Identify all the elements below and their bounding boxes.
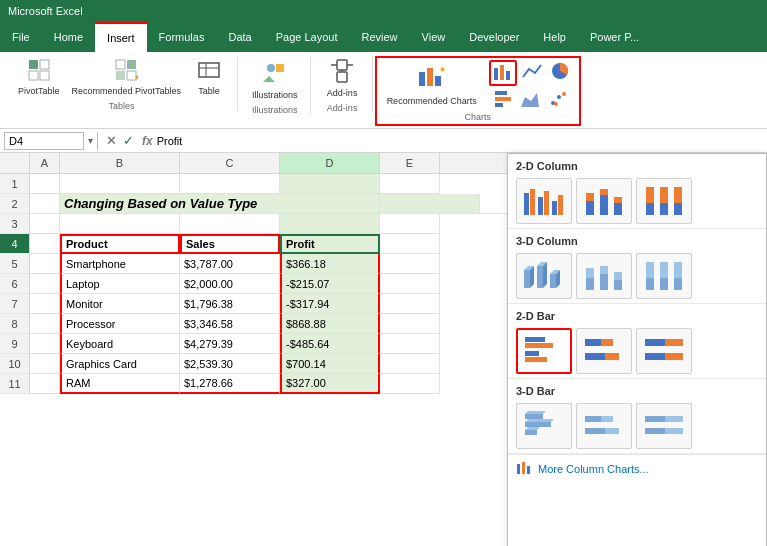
cell-b5[interactable]: Smartphone: [60, 254, 180, 274]
row-num-1[interactable]: 1: [0, 174, 29, 194]
col-header-d[interactable]: D: [280, 153, 380, 173]
tab-formulas[interactable]: Formulas: [147, 22, 217, 52]
tab-insert[interactable]: Insert: [95, 22, 147, 52]
cell-b3[interactable]: [60, 214, 180, 234]
row-num-6[interactable]: 6: [0, 274, 29, 294]
illustrations-button[interactable]: Illustrations: [248, 56, 302, 103]
cell-c10[interactable]: $2,539.30: [180, 354, 280, 374]
cell-d11[interactable]: $327.00: [280, 374, 380, 394]
col-header-c[interactable]: C: [180, 153, 280, 173]
area-chart-button[interactable]: [517, 88, 543, 110]
cell-a8[interactable]: [30, 314, 60, 334]
cell-b6[interactable]: Laptop: [60, 274, 180, 294]
cell-d9[interactable]: -$485.64: [280, 334, 380, 354]
more-charts-button[interactable]: More Column Charts...: [508, 454, 766, 483]
cancel-formula-icon[interactable]: ✕: [106, 133, 117, 148]
chart-option-col-100[interactable]: [636, 178, 692, 224]
cell-a1[interactable]: [30, 174, 60, 194]
cell-a6[interactable]: [30, 274, 60, 294]
row-num-10[interactable]: 10: [0, 354, 29, 374]
chart-option-3d-bar-100[interactable]: [636, 403, 692, 449]
cell-d2[interactable]: [380, 194, 480, 214]
chart-option-3d-col-stacked[interactable]: [576, 253, 632, 299]
row-num-11[interactable]: 11: [0, 374, 29, 394]
cell-b11[interactable]: RAM: [60, 374, 180, 394]
cell-c6[interactable]: $2,000.00: [180, 274, 280, 294]
table-button[interactable]: Table: [189, 56, 229, 99]
bar-chart-button[interactable]: [489, 88, 515, 110]
col-header-e[interactable]: E: [380, 153, 440, 173]
cell-c5[interactable]: $3,787.00: [180, 254, 280, 274]
chart-option-bar-stacked[interactable]: [576, 328, 632, 374]
pie-chart-button[interactable]: [547, 60, 573, 86]
tab-file[interactable]: File: [0, 22, 42, 52]
chart-option-bar-100[interactable]: [636, 328, 692, 374]
cell-c8[interactable]: $3,346.58: [180, 314, 280, 334]
chart-option-3d-bar-clustered[interactable]: [516, 403, 572, 449]
col-header-a[interactable]: A: [30, 153, 60, 173]
row-num-4[interactable]: 4: [0, 234, 29, 254]
tab-power-pivot[interactable]: Power P...: [578, 22, 651, 52]
spreadsheet-title[interactable]: Changing Based on Value Type: [60, 194, 380, 214]
chart-option-3d-col-100[interactable]: [636, 253, 692, 299]
cell-a4[interactable]: [30, 234, 60, 254]
tab-view[interactable]: View: [410, 22, 458, 52]
cell-a5[interactable]: [30, 254, 60, 274]
cell-c11[interactable]: $1,278.66: [180, 374, 280, 394]
cell-e5[interactable]: [380, 254, 440, 274]
cell-e4[interactable]: [380, 234, 440, 254]
cell-e6[interactable]: [380, 274, 440, 294]
addins-button[interactable]: Add-ins: [322, 56, 362, 101]
row-num-2[interactable]: 2: [0, 194, 29, 214]
cell-d8[interactable]: $868.88: [280, 314, 380, 334]
row-num-8[interactable]: 8: [0, 314, 29, 334]
cell-e9[interactable]: [380, 334, 440, 354]
chart-option-bar-clustered[interactable]: [516, 328, 572, 374]
header-product[interactable]: Product: [60, 234, 180, 254]
recommended-pivottables-button[interactable]: ★ Recommended PivotTables: [68, 56, 186, 99]
row-num-5[interactable]: 5: [0, 254, 29, 274]
chart-option-col-stacked[interactable]: [576, 178, 632, 224]
cell-d3[interactable]: [280, 214, 380, 234]
row-num-7[interactable]: 7: [0, 294, 29, 314]
row-num-9[interactable]: 9: [0, 334, 29, 354]
cell-a3[interactable]: [30, 214, 60, 234]
tab-review[interactable]: Review: [349, 22, 409, 52]
cell-d6[interactable]: -$215.07: [280, 274, 380, 294]
tab-home[interactable]: Home: [42, 22, 95, 52]
cell-a10[interactable]: [30, 354, 60, 374]
cell-a11[interactable]: [30, 374, 60, 394]
col-header-b[interactable]: B: [60, 153, 180, 173]
cell-e11[interactable]: [380, 374, 440, 394]
chart-option-col-clustered[interactable]: [516, 178, 572, 224]
cell-b7[interactable]: Monitor: [60, 294, 180, 314]
chart-option-3d-col-clustered[interactable]: [516, 253, 572, 299]
cell-a2[interactable]: [30, 194, 60, 214]
cell-reference-box[interactable]: D4: [4, 132, 84, 150]
cell-b1[interactable]: [60, 174, 180, 194]
column-chart-button[interactable]: [489, 60, 517, 86]
tab-data[interactable]: Data: [216, 22, 263, 52]
recommended-charts-button[interactable]: ★ Recommended Charts: [383, 62, 481, 109]
cell-ref-dropdown-arrow[interactable]: ▾: [88, 135, 93, 146]
cell-d10[interactable]: $700.14: [280, 354, 380, 374]
cell-c3[interactable]: [180, 214, 280, 234]
tab-page-layout[interactable]: Page Layout: [264, 22, 350, 52]
header-profit[interactable]: Profit: [280, 234, 380, 254]
cell-b8[interactable]: Processor: [60, 314, 180, 334]
cell-d1[interactable]: [280, 174, 380, 194]
cell-e10[interactable]: [380, 354, 440, 374]
chart-option-3d-bar-stacked[interactable]: [576, 403, 632, 449]
cell-a7[interactable]: [30, 294, 60, 314]
cell-b9[interactable]: Keyboard: [60, 334, 180, 354]
cell-d7[interactable]: -$317.94: [280, 294, 380, 314]
cell-c7[interactable]: $1,796.38: [180, 294, 280, 314]
cell-a9[interactable]: [30, 334, 60, 354]
cell-e1[interactable]: [380, 174, 440, 194]
cell-c9[interactable]: $4,279.39: [180, 334, 280, 354]
cell-e8[interactable]: [380, 314, 440, 334]
line-chart-button[interactable]: [519, 60, 545, 86]
tab-developer[interactable]: Developer: [457, 22, 531, 52]
row-num-3[interactable]: 3: [0, 214, 29, 234]
pivot-table-button[interactable]: PivotTable: [14, 56, 64, 99]
